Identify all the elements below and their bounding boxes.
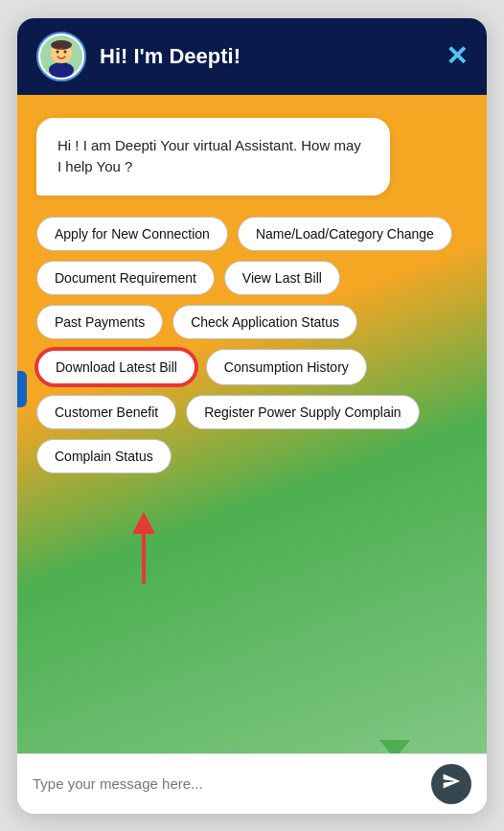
btn-register-power-supply-complain[interactable]: Register Power Supply Complain <box>186 395 419 429</box>
bot-message: Hi ! I am Deepti Your virtual Assistant.… <box>36 118 390 196</box>
btn-customer-benefit[interactable]: Customer Benefit <box>36 395 176 429</box>
send-button[interactable] <box>431 764 471 804</box>
chat-body: Hi ! I am Deepti Your virtual Assistant.… <box>17 95 487 753</box>
send-icon <box>442 772 461 796</box>
btn-past-payments[interactable]: Past Payments <box>36 305 163 339</box>
header-title: Hi! I'm Deepti! <box>100 44 241 69</box>
close-button[interactable]: ✕ <box>446 43 468 70</box>
btn-check-application-status[interactable]: Check Application Status <box>172 305 357 339</box>
chat-container: Hi! I'm Deepti! ✕ Hi ! I am Deepti Your … <box>17 18 487 814</box>
avatar <box>36 32 86 81</box>
header-left: Hi! I'm Deepti! <box>36 32 241 81</box>
chat-header: Hi! I'm Deepti! ✕ <box>17 18 487 95</box>
arrow-annotation <box>105 507 182 593</box>
buttons-area: Apply for New ConnectionName/Load/Catego… <box>36 217 468 481</box>
btn-consumption-history[interactable]: Consumption History <box>206 349 367 385</box>
chat-footer <box>17 753 487 814</box>
svg-point-6 <box>60 47 62 49</box>
btn-view-last-bill[interactable]: View Last Bill <box>224 261 340 295</box>
btn-download-latest-bill[interactable]: Download Latest Bill <box>36 349 196 385</box>
svg-point-5 <box>64 50 67 53</box>
btn-document-requirement[interactable]: Document Requirement <box>36 261 215 295</box>
svg-point-1 <box>49 62 74 78</box>
side-tab <box>17 371 27 407</box>
message-input[interactable] <box>33 775 431 792</box>
svg-marker-8 <box>132 512 155 534</box>
btn-name-load-category[interactable]: Name/Load/Category Change <box>238 217 452 251</box>
btn-complain-status[interactable]: Complain Status <box>36 439 172 473</box>
svg-point-4 <box>57 50 59 53</box>
btn-apply-new-connection[interactable]: Apply for New Connection <box>36 217 228 251</box>
chat-bubble-tail <box>379 740 410 753</box>
